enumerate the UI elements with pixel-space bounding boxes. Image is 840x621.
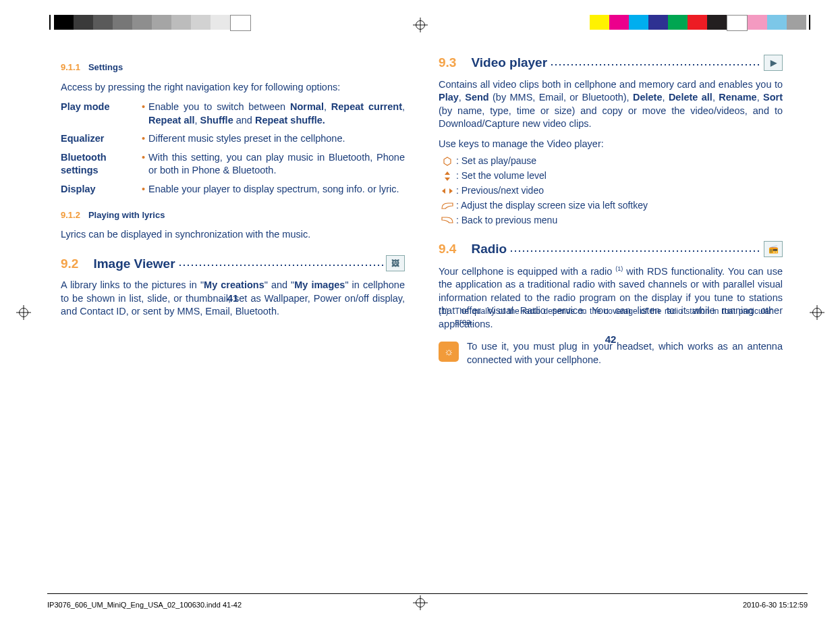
radio-icon: 📻 (764, 241, 783, 257)
rsk-key-icon (439, 216, 456, 224)
page-41: 9.1.1 Settings Access by pressing the ri… (61, 54, 405, 325)
registration-mark-icon (413, 18, 428, 32)
settings-option-row: DisplayEnable your player to display spe… (61, 183, 405, 196)
section-title: Radio (471, 240, 507, 258)
settings-option-row: EqualizerDifferent music styles preset i… (61, 132, 405, 146)
video-key-text: : Set as play/pause (456, 155, 783, 167)
subsection-911-heading: 9.1.1 Settings (61, 61, 405, 74)
option-value: Enable your player to display spectrum, … (142, 183, 405, 196)
grayscale-colorbar (54, 15, 251, 30)
option-value: With this setting, you can play music in… (142, 151, 405, 178)
subsection-title: Settings (88, 62, 123, 72)
hex-key-icon (439, 157, 456, 166)
subsection-number: 9.1.2 (61, 210, 80, 220)
section-title: Image Viewer (93, 255, 175, 273)
section-title: Video player (471, 54, 547, 72)
video-key-row: : Set as play/pause (439, 155, 783, 167)
settings-options-list: Play modeEnable you to switch between No… (61, 101, 405, 196)
video-key-text: : Previous/next video (456, 184, 783, 197)
video-player-icon: ▶ (764, 55, 783, 71)
svg-marker-15 (442, 188, 445, 194)
video-key-row: : Previous/next video (439, 184, 783, 197)
section-number: 9.3 (439, 54, 456, 72)
section-number: 9.4 (439, 240, 456, 258)
image-viewer-icon: 🖼 (386, 255, 405, 271)
option-key: Bluetooth settings (61, 151, 142, 178)
subsection-912-body: Lyrics can be displayed in synchronizati… (61, 228, 405, 242)
settings-option-row: Bluetooth settingsWith this setting, you… (61, 151, 405, 178)
video-key-text: : Adjust the display screen size via lef… (456, 199, 783, 212)
subsection-number: 9.1.1 (61, 62, 80, 72)
trim-mark (809, 15, 810, 30)
footnote-text: The quality of the radio depends on the … (455, 306, 772, 327)
video-key-row: : Set the volume level (439, 169, 783, 182)
svg-marker-16 (449, 188, 453, 194)
footer-timestamp: 2010-6-30 15:12:59 (743, 601, 808, 609)
option-value: Different music styles preset in the cel… (142, 132, 405, 146)
video-key-row: : Back to previous menu (439, 214, 783, 227)
updown-key-icon (439, 171, 456, 182)
registration-mark-icon (810, 305, 824, 320)
dot-leader (509, 242, 761, 255)
lr-key-icon (439, 187, 456, 195)
video-keys-list: : Set as play/pause: Set the volume leve… (439, 155, 783, 226)
video-key-text: : Set the volume level (456, 169, 783, 182)
imposition-footer: IP3076_606_UM_MiniQ_Eng_USA_02_100630.in… (47, 593, 808, 613)
section-92-heading: 9.2 Image Viewer 🖼 (61, 255, 405, 273)
option-key: Display (61, 183, 142, 196)
footer-filename: IP3076_606_UM_MiniQ_Eng_USA_02_100630.in… (47, 601, 242, 609)
video-keys-intro: Use keys to manage the Video player: (439, 138, 783, 151)
svg-marker-14 (445, 178, 450, 181)
subsection-911-intro: Access by pressing the right navigation … (61, 81, 405, 94)
section-94-heading: 9.4 Radio 📻 (439, 240, 783, 258)
video-key-row: : Adjust the display screen size via lef… (439, 199, 783, 212)
footnote: (1) The quality of the radio depends on … (439, 306, 772, 327)
video-key-text: : Back to previous menu (456, 214, 783, 227)
trim-mark (49, 15, 51, 30)
svg-marker-13 (445, 171, 450, 175)
footnote-marker: (1) (439, 306, 455, 327)
option-value: Enable you to switch between Normal, Rep… (142, 101, 405, 127)
option-key: Equalizer (61, 132, 142, 146)
dot-leader (178, 257, 383, 270)
option-key: Play mode (61, 101, 142, 127)
registration-mark-icon (16, 305, 31, 320)
settings-option-row: Play modeEnable you to switch between No… (61, 101, 405, 127)
svg-marker-12 (444, 157, 451, 165)
page-42: 9.3 Video player ▶ Contains all video cl… (439, 54, 783, 367)
section-number: 9.2 (61, 255, 78, 273)
subsection-title: Playing with lyrics (88, 210, 165, 220)
lsk-key-icon (439, 202, 456, 210)
dot-leader (550, 56, 761, 69)
section-93-heading: 9.3 Video player ▶ (439, 54, 783, 72)
color-colorbar (590, 15, 806, 30)
page-number: 42 (439, 333, 783, 346)
page-number: 41 (61, 292, 405, 305)
section-93-body: Contains all video clips both in cellpho… (439, 78, 783, 131)
subsection-912-heading: 9.1.2 Playing with lyrics (61, 209, 405, 222)
